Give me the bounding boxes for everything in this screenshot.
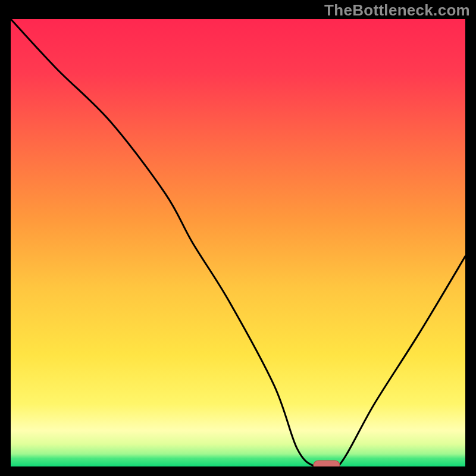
gradient-background <box>11 19 465 466</box>
plot-area <box>11 19 465 466</box>
optimal-marker <box>314 461 340 466</box>
watermark-text: TheBottleneck.com <box>324 1 470 20</box>
chart-container: TheBottleneck.com <box>0 0 476 476</box>
chart-svg <box>11 19 465 466</box>
